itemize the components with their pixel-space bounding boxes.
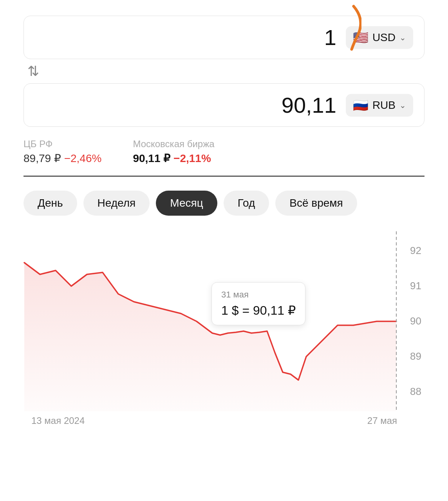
to-value[interactable]: 90,11	[35, 92, 346, 118]
x-axis-labels: 13 мая 2024 27 мая	[23, 411, 425, 426]
moex-value: 90,11 ₽ −2,11%	[133, 152, 214, 165]
rate-info-section: ЦБ РФ 89,79 ₽ −2,46% Московская биржа 90…	[23, 139, 425, 165]
to-currency-code: RUB	[372, 99, 396, 112]
cb-label: ЦБ РФ	[23, 139, 101, 150]
to-currency-row: 90,11 🇷🇺 RUB ⌄	[23, 83, 425, 127]
chart-svg: 92 91 90 89 88	[23, 231, 425, 411]
to-flag: 🇷🇺	[353, 98, 369, 113]
tab-month[interactable]: Месяц	[156, 191, 217, 216]
tab-year[interactable]: Год	[224, 191, 269, 216]
svg-text:89: 89	[410, 350, 421, 362]
svg-text:90: 90	[410, 315, 421, 327]
moex-label: Московская биржа	[133, 139, 214, 150]
x-label-end: 27 мая	[367, 415, 397, 426]
tab-week[interactable]: Неделя	[83, 191, 150, 216]
tab-day[interactable]: День	[23, 191, 77, 216]
svg-text:91: 91	[410, 280, 421, 292]
svg-text:88: 88	[410, 386, 421, 397]
tab-all[interactable]: Всё время	[275, 191, 357, 216]
from-currency-code: USD	[372, 31, 396, 44]
from-currency-row: 1 🇺🇸 USD ⌄	[23, 16, 425, 59]
moex-rate-block: Московская биржа 90,11 ₽ −2,11%	[133, 139, 214, 165]
to-currency-selector[interactable]: 🇷🇺 RUB ⌄	[346, 94, 413, 117]
orange-drawing	[330, 4, 361, 51]
chart-section: 92 91 90 89 88 31 мая 1 $ = 90,11 ₽ 13 м…	[23, 231, 425, 427]
period-tabs: День Неделя Месяц Год Всё время	[23, 191, 425, 216]
svg-text:92: 92	[410, 245, 421, 256]
swap-row: ⇅	[23, 59, 425, 83]
from-chevron-icon: ⌄	[399, 33, 406, 42]
x-label-start: 13 мая 2024	[31, 415, 85, 426]
to-chevron-icon: ⌄	[399, 101, 406, 110]
section-divider	[23, 176, 425, 177]
cb-rate-block: ЦБ РФ 89,79 ₽ −2,46%	[23, 139, 101, 165]
from-value[interactable]: 1	[35, 25, 346, 50]
cb-value: 89,79 ₽ −2,46%	[23, 152, 101, 165]
swap-icon[interactable]: ⇅	[27, 63, 39, 79]
